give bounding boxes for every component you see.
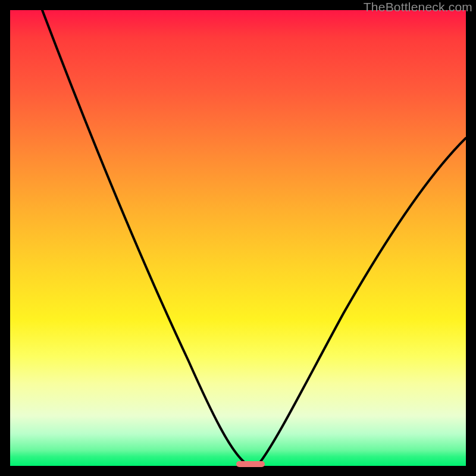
optimal-range-marker bbox=[236, 461, 265, 467]
bottleneck-curve bbox=[10, 10, 466, 466]
watermark-text: TheBottleneck.com bbox=[364, 0, 472, 14]
chart-canvas: TheBottleneck.com bbox=[0, 0, 476, 476]
plot-area bbox=[10, 10, 466, 466]
